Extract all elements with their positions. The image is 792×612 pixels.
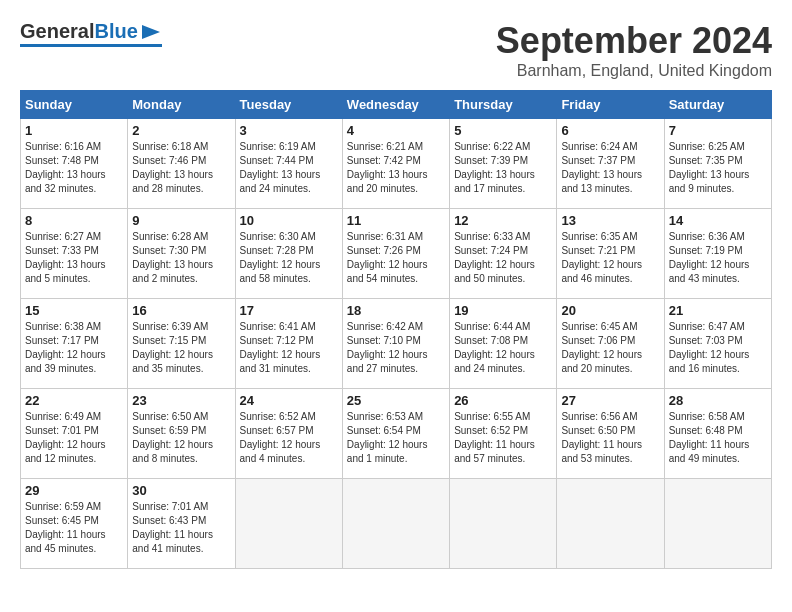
- day-detail: Sunrise: 6:19 AMSunset: 7:44 PMDaylight:…: [240, 140, 338, 196]
- day-number: 22: [25, 393, 123, 408]
- day-number: 9: [132, 213, 230, 228]
- day-detail: Sunrise: 6:58 AMSunset: 6:48 PMDaylight:…: [669, 410, 767, 466]
- day-number: 16: [132, 303, 230, 318]
- day-number: 6: [561, 123, 659, 138]
- day-detail: Sunrise: 6:30 AMSunset: 7:28 PMDaylight:…: [240, 230, 338, 286]
- day-detail: Sunrise: 6:41 AMSunset: 7:12 PMDaylight:…: [240, 320, 338, 376]
- day-detail: Sunrise: 6:18 AMSunset: 7:46 PMDaylight:…: [132, 140, 230, 196]
- day-detail: Sunrise: 6:56 AMSunset: 6:50 PMDaylight:…: [561, 410, 659, 466]
- day-detail: Sunrise: 6:44 AMSunset: 7:08 PMDaylight:…: [454, 320, 552, 376]
- calendar-cell: 2Sunrise: 6:18 AMSunset: 7:46 PMDaylight…: [128, 119, 235, 209]
- day-detail: Sunrise: 6:55 AMSunset: 6:52 PMDaylight:…: [454, 410, 552, 466]
- calendar-week-row: 1Sunrise: 6:16 AMSunset: 7:48 PMDaylight…: [21, 119, 772, 209]
- calendar-cell: 17Sunrise: 6:41 AMSunset: 7:12 PMDayligh…: [235, 299, 342, 389]
- calendar-cell: 4Sunrise: 6:21 AMSunset: 7:42 PMDaylight…: [342, 119, 449, 209]
- calendar-cell: 13Sunrise: 6:35 AMSunset: 7:21 PMDayligh…: [557, 209, 664, 299]
- logo-arrow-icon: [140, 21, 162, 43]
- day-number: 15: [25, 303, 123, 318]
- calendar-cell: [557, 479, 664, 569]
- day-number: 10: [240, 213, 338, 228]
- calendar-cell: 7Sunrise: 6:25 AMSunset: 7:35 PMDaylight…: [664, 119, 771, 209]
- day-number: 17: [240, 303, 338, 318]
- header-wednesday: Wednesday: [342, 91, 449, 119]
- header-thursday: Thursday: [450, 91, 557, 119]
- day-detail: Sunrise: 6:49 AMSunset: 7:01 PMDaylight:…: [25, 410, 123, 466]
- day-detail: Sunrise: 6:31 AMSunset: 7:26 PMDaylight:…: [347, 230, 445, 286]
- day-number: 21: [669, 303, 767, 318]
- day-detail: Sunrise: 6:53 AMSunset: 6:54 PMDaylight:…: [347, 410, 445, 466]
- day-number: 24: [240, 393, 338, 408]
- calendar-cell: 10Sunrise: 6:30 AMSunset: 7:28 PMDayligh…: [235, 209, 342, 299]
- calendar-cell: 5Sunrise: 6:22 AMSunset: 7:39 PMDaylight…: [450, 119, 557, 209]
- day-number: 18: [347, 303, 445, 318]
- day-number: 25: [347, 393, 445, 408]
- calendar-cell: 27Sunrise: 6:56 AMSunset: 6:50 PMDayligh…: [557, 389, 664, 479]
- day-number: 28: [669, 393, 767, 408]
- day-detail: Sunrise: 6:59 AMSunset: 6:45 PMDaylight:…: [25, 500, 123, 556]
- calendar-week-row: 29Sunrise: 6:59 AMSunset: 6:45 PMDayligh…: [21, 479, 772, 569]
- calendar-cell: 19Sunrise: 6:44 AMSunset: 7:08 PMDayligh…: [450, 299, 557, 389]
- calendar-cell: 8Sunrise: 6:27 AMSunset: 7:33 PMDaylight…: [21, 209, 128, 299]
- day-detail: Sunrise: 6:16 AMSunset: 7:48 PMDaylight:…: [25, 140, 123, 196]
- header-tuesday: Tuesday: [235, 91, 342, 119]
- day-number: 8: [25, 213, 123, 228]
- calendar-cell: 12Sunrise: 6:33 AMSunset: 7:24 PMDayligh…: [450, 209, 557, 299]
- day-number: 26: [454, 393, 552, 408]
- day-number: 1: [25, 123, 123, 138]
- day-detail: Sunrise: 6:42 AMSunset: 7:10 PMDaylight:…: [347, 320, 445, 376]
- header-sunday: Sunday: [21, 91, 128, 119]
- day-detail: Sunrise: 6:22 AMSunset: 7:39 PMDaylight:…: [454, 140, 552, 196]
- day-number: 23: [132, 393, 230, 408]
- calendar-cell: 9Sunrise: 6:28 AMSunset: 7:30 PMDaylight…: [128, 209, 235, 299]
- day-number: 13: [561, 213, 659, 228]
- calendar-header-row: Sunday Monday Tuesday Wednesday Thursday…: [21, 91, 772, 119]
- day-number: 30: [132, 483, 230, 498]
- header-monday: Monday: [128, 91, 235, 119]
- day-number: 19: [454, 303, 552, 318]
- day-detail: Sunrise: 6:50 AMSunset: 6:59 PMDaylight:…: [132, 410, 230, 466]
- calendar-cell: 6Sunrise: 6:24 AMSunset: 7:37 PMDaylight…: [557, 119, 664, 209]
- logo-general: General: [20, 20, 94, 43]
- day-detail: Sunrise: 6:21 AMSunset: 7:42 PMDaylight:…: [347, 140, 445, 196]
- day-number: 2: [132, 123, 230, 138]
- calendar-cell: 29Sunrise: 6:59 AMSunset: 6:45 PMDayligh…: [21, 479, 128, 569]
- page-header: General Blue September 2024 Barnham, Eng…: [20, 20, 772, 80]
- calendar-cell: 1Sunrise: 6:16 AMSunset: 7:48 PMDaylight…: [21, 119, 128, 209]
- day-number: 29: [25, 483, 123, 498]
- day-number: 11: [347, 213, 445, 228]
- title-area: September 2024 Barnham, England, United …: [496, 20, 772, 80]
- calendar-cell: 14Sunrise: 6:36 AMSunset: 7:19 PMDayligh…: [664, 209, 771, 299]
- calendar-cell: 20Sunrise: 6:45 AMSunset: 7:06 PMDayligh…: [557, 299, 664, 389]
- day-detail: Sunrise: 6:39 AMSunset: 7:15 PMDaylight:…: [132, 320, 230, 376]
- day-detail: Sunrise: 7:01 AMSunset: 6:43 PMDaylight:…: [132, 500, 230, 556]
- day-detail: Sunrise: 6:24 AMSunset: 7:37 PMDaylight:…: [561, 140, 659, 196]
- calendar-cell: 28Sunrise: 6:58 AMSunset: 6:48 PMDayligh…: [664, 389, 771, 479]
- calendar-week-row: 15Sunrise: 6:38 AMSunset: 7:17 PMDayligh…: [21, 299, 772, 389]
- day-detail: Sunrise: 6:52 AMSunset: 6:57 PMDaylight:…: [240, 410, 338, 466]
- calendar-cell: [450, 479, 557, 569]
- day-number: 4: [347, 123, 445, 138]
- day-number: 7: [669, 123, 767, 138]
- header-saturday: Saturday: [664, 91, 771, 119]
- calendar-cell: 15Sunrise: 6:38 AMSunset: 7:17 PMDayligh…: [21, 299, 128, 389]
- day-detail: Sunrise: 6:47 AMSunset: 7:03 PMDaylight:…: [669, 320, 767, 376]
- day-detail: Sunrise: 6:38 AMSunset: 7:17 PMDaylight:…: [25, 320, 123, 376]
- day-number: 3: [240, 123, 338, 138]
- day-detail: Sunrise: 6:25 AMSunset: 7:35 PMDaylight:…: [669, 140, 767, 196]
- day-detail: Sunrise: 6:27 AMSunset: 7:33 PMDaylight:…: [25, 230, 123, 286]
- calendar-cell: 3Sunrise: 6:19 AMSunset: 7:44 PMDaylight…: [235, 119, 342, 209]
- day-number: 12: [454, 213, 552, 228]
- calendar-cell: 25Sunrise: 6:53 AMSunset: 6:54 PMDayligh…: [342, 389, 449, 479]
- calendar-week-row: 22Sunrise: 6:49 AMSunset: 7:01 PMDayligh…: [21, 389, 772, 479]
- calendar-cell: [235, 479, 342, 569]
- calendar-cell: 24Sunrise: 6:52 AMSunset: 6:57 PMDayligh…: [235, 389, 342, 479]
- header-friday: Friday: [557, 91, 664, 119]
- calendar-cell: 22Sunrise: 6:49 AMSunset: 7:01 PMDayligh…: [21, 389, 128, 479]
- calendar-cell: 26Sunrise: 6:55 AMSunset: 6:52 PMDayligh…: [450, 389, 557, 479]
- calendar-cell: 30Sunrise: 7:01 AMSunset: 6:43 PMDayligh…: [128, 479, 235, 569]
- page-subtitle: Barnham, England, United Kingdom: [496, 62, 772, 80]
- svg-marker-0: [142, 25, 160, 39]
- calendar-cell: 21Sunrise: 6:47 AMSunset: 7:03 PMDayligh…: [664, 299, 771, 389]
- day-number: 5: [454, 123, 552, 138]
- calendar-week-row: 8Sunrise: 6:27 AMSunset: 7:33 PMDaylight…: [21, 209, 772, 299]
